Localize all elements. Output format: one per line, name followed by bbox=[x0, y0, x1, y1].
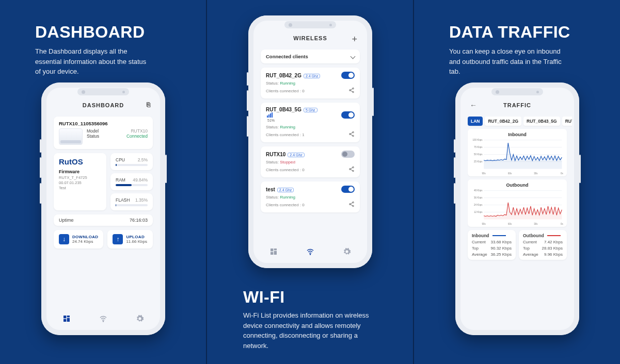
inbound-stats-card: Inbound Current33.68 Kbps Top90.32 Kbps … bbox=[468, 230, 516, 260]
upload-icon: ↑ bbox=[113, 234, 123, 244]
wifi-band-badge: 2.4 Ghz bbox=[304, 74, 321, 78]
svg-point-4 bbox=[103, 321, 103, 322]
wifi-clients: Clients connected : 0 bbox=[266, 168, 305, 172]
wifi-band-badge: 5 Ghz bbox=[304, 108, 317, 112]
panel1-desc: The Dashboard displays all the essential… bbox=[35, 46, 149, 77]
traffic-tab[interactable]: LAN bbox=[468, 117, 483, 126]
out-top-value: 28.83 Kbps bbox=[542, 246, 563, 251]
share-icon[interactable] bbox=[348, 87, 355, 94]
svg-text:36 Kbps: 36 Kbps bbox=[474, 196, 483, 199]
svg-rect-18 bbox=[274, 249, 277, 250]
upload-card[interactable]: ↑ UPLOAD11.66 Kbps bbox=[107, 230, 153, 249]
svg-rect-3 bbox=[63, 319, 66, 322]
panel3-heading: DATA TRAFFIC bbox=[449, 23, 570, 42]
traffic-tab[interactable]: RUT_0B42_2G bbox=[485, 117, 521, 126]
wifi-name: RUT_0B43_5G bbox=[266, 107, 301, 112]
svg-text:60s: 60s bbox=[508, 223, 512, 225]
device-name: RUTX10_1105356096 bbox=[59, 121, 148, 126]
traffic-phone: ← TRAFFIC LANRUT_0B42_2GRUT_0B43_5GRUTX1… bbox=[455, 82, 579, 335]
out-top-label: Top bbox=[523, 246, 530, 251]
svg-text:100 Kbps: 100 Kbps bbox=[472, 139, 483, 141]
wifi-toggle[interactable] bbox=[341, 186, 355, 193]
download-label: DOWNLOAD bbox=[72, 235, 98, 239]
wifi-network-card[interactable]: RUT_0B43_5G5 Ghz51% Status: Running Clie… bbox=[261, 103, 360, 142]
firmware-label: Firmware bbox=[59, 169, 101, 174]
in-current-label: Current bbox=[472, 240, 486, 244]
cpu-label: CPU bbox=[116, 157, 125, 162]
wireless-title: WIRELESS bbox=[293, 35, 327, 41]
in-top-label: Top bbox=[472, 246, 479, 251]
traffic-title: TRAFFIC bbox=[503, 102, 531, 108]
panel2-heading: WI-FI bbox=[243, 288, 285, 307]
in-current-value: 33.68 Kbps bbox=[491, 240, 512, 244]
share-icon[interactable] bbox=[348, 166, 355, 173]
outbound-color-bar bbox=[547, 235, 561, 236]
wifi-network-card[interactable]: RUT_0B42_2G2.4 Ghz Status: Running Clien… bbox=[261, 68, 360, 98]
outbound-chart: Outbound 12 Kbps24 Kbps36 Kbps48 Kbps90s… bbox=[468, 179, 567, 227]
firmware-value: RUTX_T_F472500.07.01.235Test bbox=[59, 175, 101, 190]
wifi-band-badge: 2.4 Ghz bbox=[277, 188, 294, 192]
inbound-legend-title: Inbound bbox=[472, 233, 489, 238]
add-icon[interactable]: + bbox=[352, 34, 358, 45]
tab-settings-icon[interactable] bbox=[343, 247, 351, 256]
download-value: 24.74 Kbps bbox=[72, 239, 98, 244]
svg-text:12 Kbps: 12 Kbps bbox=[474, 211, 483, 213]
model-label: Model bbox=[87, 128, 99, 134]
wifi-toggle[interactable] bbox=[341, 111, 355, 119]
brand-logo: RutOS bbox=[59, 157, 101, 166]
out-avg-label: Average bbox=[523, 252, 538, 257]
share-icon[interactable] bbox=[348, 131, 355, 138]
traffic-tab[interactable]: RUT_0B43_5G bbox=[523, 117, 560, 126]
svg-text:75 Kbps: 75 Kbps bbox=[474, 146, 483, 148]
back-icon[interactable]: ← bbox=[470, 101, 478, 109]
download-card[interactable]: ↓ DOWNLOAD24.74 Kbps bbox=[54, 230, 103, 249]
model-value: RUTX10 bbox=[131, 128, 148, 134]
wifi-name: RUT_0B42_2G bbox=[266, 73, 301, 78]
out-current-value: 7.42 Kbps bbox=[544, 240, 563, 244]
svg-rect-19 bbox=[274, 251, 277, 255]
dashboard-phone: DASHBOARD ⎘ RUTX10_1105356096 ModelRUTX1… bbox=[41, 82, 165, 335]
wifi-status: Status: Running bbox=[266, 195, 355, 200]
flash-label: FLASH bbox=[116, 197, 130, 203]
tab-dashboard-icon[interactable] bbox=[62, 315, 71, 323]
svg-text:0s: 0s bbox=[561, 172, 564, 175]
connected-clients-label: Connected clients bbox=[266, 54, 308, 59]
wifi-network-card[interactable]: test2.4 Ghz Status: Running Clients conn… bbox=[261, 181, 360, 212]
outbound-stats-card: Outbound Current7.42 Kbps Top28.83 Kbps … bbox=[519, 230, 567, 260]
wifi-band-badge: 2.4 Ghz bbox=[288, 153, 305, 157]
svg-text:50 Kbps: 50 Kbps bbox=[474, 153, 483, 156]
panel2-desc: Wi-Fi List provides information on wirel… bbox=[243, 310, 377, 351]
uptime-value: 76:16:03 bbox=[130, 218, 148, 223]
share-icon[interactable] bbox=[348, 201, 355, 208]
upload-label: UPLOAD bbox=[126, 235, 147, 239]
tab-wifi-icon[interactable] bbox=[306, 247, 314, 256]
device-image bbox=[59, 128, 83, 145]
tab-wifi-icon[interactable] bbox=[99, 315, 107, 323]
tab-dashboard-icon[interactable] bbox=[269, 247, 278, 256]
ram-label: RAM bbox=[116, 177, 125, 183]
out-current-label: Current bbox=[523, 240, 537, 244]
svg-rect-20 bbox=[271, 252, 273, 255]
ram-value: 49.84% bbox=[133, 177, 148, 183]
svg-text:30s: 30s bbox=[534, 172, 538, 175]
svg-rect-0 bbox=[63, 316, 66, 318]
exit-icon[interactable]: ⎘ bbox=[147, 101, 151, 108]
svg-text:90s: 90s bbox=[482, 223, 486, 225]
wifi-toggle[interactable] bbox=[341, 72, 355, 79]
status-label: Status bbox=[87, 134, 99, 139]
outbound-chart-title: Outbound bbox=[471, 183, 564, 188]
traffic-tab[interactable]: RUTX10 bbox=[562, 117, 572, 126]
download-icon: ↓ bbox=[59, 234, 69, 244]
wifi-network-card[interactable]: RUTX102.4 Ghz Status: Stopped Clients co… bbox=[261, 146, 360, 177]
svg-point-21 bbox=[310, 254, 310, 255]
wifi-status: Status: Running bbox=[266, 125, 355, 129]
in-avg-label: Average bbox=[472, 252, 487, 257]
wifi-toggle[interactable] bbox=[341, 151, 355, 158]
panel3-desc: You can keep a close eye on inbound and … bbox=[449, 46, 568, 77]
wifi-clients: Clients connected : 1 bbox=[266, 133, 305, 137]
tab-settings-icon[interactable] bbox=[136, 315, 144, 323]
device-card: RUTX10_1105356096 ModelRUTX10 StatusConn… bbox=[54, 117, 153, 149]
svg-text:0s: 0s bbox=[561, 223, 564, 225]
wifi-name: RUTX10 bbox=[266, 152, 285, 157]
connected-clients-section[interactable]: Connected clients bbox=[261, 49, 360, 63]
